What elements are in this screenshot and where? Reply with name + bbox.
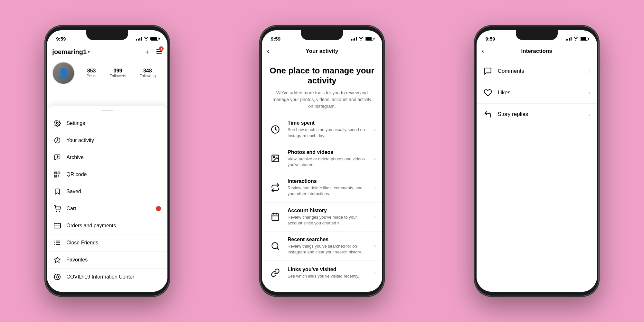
- cart-label: Cart: [66, 206, 151, 212]
- activity-row-links[interactable]: Links you've visited See which links you…: [262, 260, 382, 285]
- battery-icon-2: [365, 37, 373, 41]
- sheet-handle: [101, 110, 113, 111]
- menu-item-saved[interactable]: Saved: [47, 183, 167, 200]
- followers-stat[interactable]: 399 Followers: [109, 68, 126, 78]
- menu-button[interactable]: ☰ 1: [156, 48, 162, 56]
- wifi-icon: [144, 37, 149, 41]
- menu-item-orders[interactable]: Orders and payments: [47, 217, 167, 234]
- history-icon: [268, 210, 282, 224]
- time-spent-title: Time spent: [288, 120, 369, 126]
- comments-label: Comments: [498, 68, 584, 74]
- photos-text: Photos and videos View, archive or delet…: [288, 149, 369, 168]
- svg-marker-18: [54, 257, 60, 262]
- archived-text: Archived View and manage content you've …: [288, 291, 369, 292]
- chevron-icon-photos: ›: [374, 156, 376, 161]
- qr-icon: [53, 171, 61, 178]
- archived-title: Archived: [288, 291, 369, 292]
- likes-label: Likes: [498, 90, 584, 96]
- avatar[interactable]: 👤: [52, 62, 75, 84]
- activity-row-archived[interactable]: Archived View and manage content you've …: [262, 285, 382, 292]
- svg-rect-28: [272, 214, 279, 221]
- username-button[interactable]: joemaring1 ▾: [52, 48, 90, 56]
- time-2: 9:59: [271, 36, 280, 42]
- favorites-icon: [53, 256, 61, 264]
- phone-2: 9:59: [259, 25, 385, 297]
- screen-2: 9:59: [262, 30, 382, 292]
- status-icons-1: [136, 37, 158, 41]
- menu-item-archive[interactable]: Archive: [47, 149, 167, 166]
- screen-3: 9:59: [477, 30, 597, 292]
- screen-1: 9:59: [47, 30, 167, 292]
- cart-badge: [156, 206, 161, 211]
- interactions-icon: [268, 181, 282, 195]
- activity-row-time[interactable]: Time spent See how much time you usually…: [262, 115, 382, 144]
- menu-item-qr[interactable]: QR code: [47, 166, 167, 183]
- svg-point-8: [56, 211, 57, 212]
- phone1-content: 9:59: [47, 30, 167, 292]
- svg-rect-5: [55, 173, 56, 174]
- settings-label: Settings: [66, 120, 161, 126]
- activity-list: Time spent See how much time you usually…: [262, 115, 382, 292]
- photos-desc: View, archive or delete photos and video…: [288, 156, 369, 168]
- chevron-icon-history: ›: [374, 214, 376, 219]
- menu-item-covid[interactable]: COVID-19 Information Center: [47, 269, 167, 285]
- qr-label: QR code: [66, 172, 161, 177]
- svg-line-33: [277, 248, 279, 249]
- activity-label: Your activity: [66, 137, 161, 143]
- activity-hero-desc: We've added more tools for you to review…: [270, 90, 374, 110]
- searches-title: Recent searches: [288, 237, 369, 242]
- notch-2: [301, 30, 343, 40]
- time-3: 9:59: [486, 36, 495, 42]
- chevron-icon-interactions: ›: [374, 185, 376, 190]
- menu-item-cart[interactable]: Cart: [47, 200, 167, 217]
- notch-3: [516, 30, 558, 40]
- story-replies-label: Story replies: [498, 111, 584, 118]
- activity-row-photos[interactable]: Photos and videos View, archive or delet…: [262, 144, 382, 173]
- profile-stats: 👤 853 Posts 399 Followers 348 Following: [47, 59, 167, 88]
- covid-icon: [53, 273, 61, 281]
- add-icon[interactable]: ＋: [144, 47, 151, 57]
- posts-stat: 853 Posts: [87, 68, 96, 78]
- menu-item-friends[interactable]: Close Friends: [47, 234, 167, 251]
- saved-icon: [53, 188, 61, 195]
- interaction-row-comments[interactable]: Comments ›: [477, 61, 597, 82]
- chevron-icon-story-replies: ›: [589, 112, 591, 117]
- menu-item-settings[interactable]: Settings: [47, 115, 167, 132]
- svg-point-9: [60, 211, 60, 212]
- following-stat[interactable]: 348 Following: [139, 68, 156, 78]
- signal-icon-3: [566, 37, 572, 41]
- activity-row-searches[interactable]: Recent searches Review things you've sea…: [262, 232, 382, 260]
- chevron-icon-likes: ›: [589, 90, 591, 95]
- chevron-icon-time: ›: [374, 127, 376, 132]
- links-text: Links you've visited See which links you…: [288, 267, 369, 279]
- photos-icon: [268, 151, 282, 166]
- signal-icon-2: [351, 37, 357, 41]
- notification-badge: 1: [159, 46, 164, 51]
- photos-title: Photos and videos: [288, 149, 369, 155]
- orders-icon: [53, 222, 61, 230]
- activity-row-history[interactable]: Account history Review changes you've ma…: [262, 203, 382, 232]
- wifi-icon-3: [573, 37, 578, 41]
- bottom-sheet-menu: Settings Your activity Archive: [47, 106, 167, 292]
- following-label: Following: [139, 74, 156, 78]
- notch-1: [86, 30, 128, 40]
- cart-icon: [53, 205, 61, 213]
- activity-row-interactions[interactable]: Interactions Review and delete likes, co…: [262, 173, 382, 202]
- ig-header: joemaring1 ▾ ＋ ☰ 1: [47, 44, 167, 59]
- interactions-page-header: ‹ Interactions: [477, 44, 597, 58]
- reply-icon: [483, 109, 493, 119]
- followers-label: Followers: [109, 74, 126, 78]
- interaction-row-likes[interactable]: Likes ›: [477, 82, 597, 104]
- links-title: Links you've visited: [288, 267, 369, 272]
- interaction-row-story-replies[interactable]: Story replies ›: [477, 104, 597, 125]
- back-button-2[interactable]: ‹: [267, 47, 277, 55]
- svg-point-20: [56, 276, 59, 278]
- activity-icon: [53, 137, 61, 144]
- phone2-content: 9:59: [262, 30, 382, 292]
- settings-icon: [53, 119, 61, 127]
- activity-page-header: ‹ Your activity: [262, 44, 382, 58]
- back-button-3[interactable]: ‹: [482, 47, 492, 55]
- menu-item-favorites[interactable]: Favorites: [47, 251, 167, 269]
- chevron-icon-searches: ›: [374, 243, 376, 249]
- menu-item-activity[interactable]: Your activity: [47, 132, 167, 149]
